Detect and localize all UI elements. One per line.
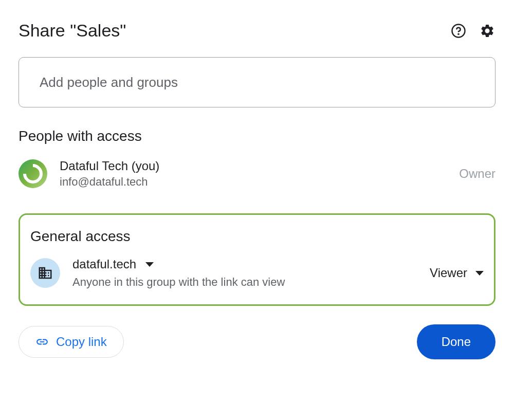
header-actions: [450, 23, 495, 39]
access-scope-name: dataful.tech: [72, 257, 136, 271]
permission-label: Viewer: [430, 266, 467, 280]
general-access-heading: General access: [30, 228, 484, 245]
chevron-down-icon: [145, 262, 154, 267]
access-info: dataful.tech Anyone in this group with t…: [72, 257, 417, 289]
link-icon: [35, 335, 49, 349]
add-people-input[interactable]: [19, 57, 495, 107]
building-icon: [38, 265, 53, 281]
person-info: Dataful Tech (you) info@dataful.tech: [60, 159, 447, 189]
help-icon: [451, 23, 466, 39]
person-email: info@dataful.tech: [60, 175, 447, 189]
copy-link-label: Copy link: [56, 335, 107, 349]
access-row: dataful.tech Anyone in this group with t…: [30, 257, 484, 289]
dialog-title: Share "Sales": [19, 21, 126, 41]
access-scope-dropdown[interactable]: dataful.tech: [72, 257, 417, 271]
permission-dropdown[interactable]: Viewer: [430, 266, 484, 280]
org-icon-container: [30, 258, 60, 288]
help-button[interactable]: [450, 23, 467, 39]
dialog-footer: Copy link Done: [19, 324, 495, 359]
chevron-down-icon: [475, 271, 484, 276]
svg-point-1: [458, 33, 458, 34]
done-button[interactable]: Done: [417, 324, 495, 359]
person-role: Owner: [459, 167, 495, 181]
gear-icon: [480, 23, 495, 39]
access-description: Anyone in this group with the link can v…: [72, 276, 417, 289]
person-row: Dataful Tech (you) info@dataful.tech Own…: [19, 159, 495, 189]
copy-link-button[interactable]: Copy link: [19, 326, 124, 358]
avatar: [19, 159, 47, 188]
people-with-access-heading: People with access: [19, 128, 495, 144]
settings-button[interactable]: [479, 23, 495, 39]
person-name: Dataful Tech (you): [60, 159, 447, 173]
general-access-section: General access dataful.tech Anyone in th…: [19, 213, 495, 306]
dialog-header: Share "Sales": [19, 21, 495, 41]
